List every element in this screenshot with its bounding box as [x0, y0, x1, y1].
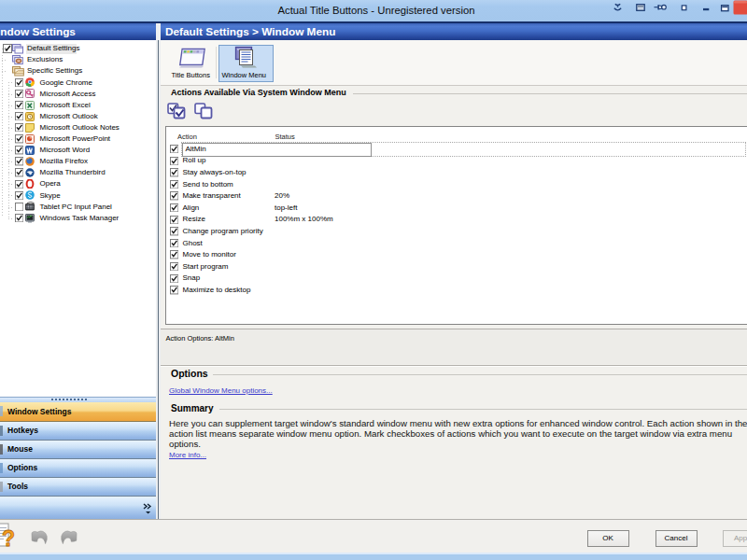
svg-text:?: ? — [2, 526, 15, 551]
